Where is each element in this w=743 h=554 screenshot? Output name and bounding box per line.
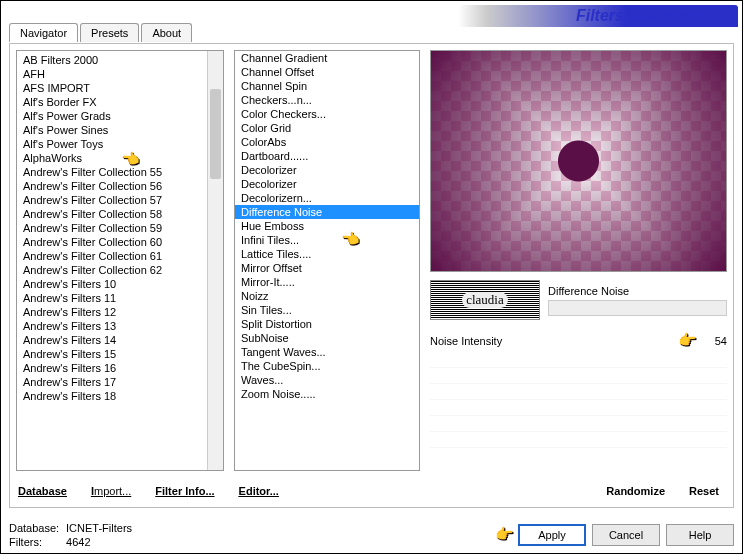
category-item[interactable]: Andrew's Filter Collection 58 bbox=[17, 207, 223, 221]
category-item[interactable]: Alf's Power Toys bbox=[17, 137, 223, 151]
filter-item[interactable]: Channel Gradient bbox=[235, 51, 419, 65]
randomize-button[interactable]: Randomize bbox=[604, 481, 667, 501]
category-item[interactable]: AB Filters 2000 bbox=[17, 53, 223, 67]
param-row-noise-intensity[interactable]: Noise Intensity 👉 54 bbox=[430, 330, 727, 352]
tab-strip: Navigator Presets About bbox=[9, 23, 194, 42]
watermark-text: claudia bbox=[462, 292, 508, 308]
selected-filter-name: Difference Noise bbox=[548, 285, 727, 300]
category-item[interactable]: Alf's Power Grads bbox=[17, 109, 223, 123]
filter-item[interactable]: Color Checkers... bbox=[235, 107, 419, 121]
category-item[interactable]: Alf's Power Sines bbox=[17, 123, 223, 137]
filter-name-bar bbox=[548, 300, 727, 316]
editor-link[interactable]: Editor... bbox=[237, 481, 281, 501]
filter-item[interactable]: Decolorizer bbox=[235, 177, 419, 191]
filter-item[interactable]: Hue Emboss bbox=[235, 219, 419, 233]
database-link[interactable]: Database bbox=[16, 481, 69, 501]
category-item[interactable]: Andrew's Filters 14 bbox=[17, 333, 223, 347]
filter-info-link[interactable]: Filter Info... bbox=[153, 481, 216, 501]
filter-item[interactable]: Waves... bbox=[235, 373, 419, 387]
filter-item[interactable]: Split Distortion bbox=[235, 317, 419, 331]
category-item[interactable]: AFH bbox=[17, 67, 223, 81]
filter-item[interactable]: Channel Offset bbox=[235, 65, 419, 79]
cancel-button[interactable]: Cancel bbox=[592, 524, 660, 546]
help-button[interactable]: Help bbox=[666, 524, 734, 546]
filter-item[interactable]: Decolorizer bbox=[235, 163, 419, 177]
category-item[interactable]: Andrew's Filter Collection 60 bbox=[17, 235, 223, 249]
category-item[interactable]: Andrew's Filters 16 bbox=[17, 361, 223, 375]
category-item[interactable]: Andrew's Filters 10 bbox=[17, 277, 223, 291]
category-item[interactable]: Andrew's Filters 18 bbox=[17, 389, 223, 403]
footer: Database: ICNET-Filters Filters: 4642 👉 … bbox=[9, 521, 734, 549]
scrollbar[interactable] bbox=[207, 51, 223, 470]
filter-list[interactable]: Channel GradientChannel OffsetChannel Sp… bbox=[234, 50, 420, 471]
category-item[interactable]: Andrew's Filter Collection 61 bbox=[17, 249, 223, 263]
apply-button[interactable]: Apply bbox=[518, 524, 586, 546]
preview-image bbox=[430, 50, 727, 272]
pointer-hand-icon: 👉 bbox=[678, 331, 697, 349]
filter-item[interactable]: Mirror-It..... bbox=[235, 275, 419, 289]
filter-item[interactable]: Color Grid bbox=[235, 121, 419, 135]
category-item[interactable]: Andrew's Filters 11 bbox=[17, 291, 223, 305]
reset-button[interactable]: Reset bbox=[687, 481, 721, 501]
filter-item[interactable]: Tangent Waves... bbox=[235, 345, 419, 359]
category-item[interactable]: Andrew's Filter Collection 59 bbox=[17, 221, 223, 235]
parameter-area: Noise Intensity 👉 54 bbox=[430, 330, 727, 448]
filter-count: 4642 bbox=[66, 536, 90, 548]
filter-item[interactable]: Infini Tiles... bbox=[235, 233, 419, 247]
filter-item[interactable]: ColorAbs bbox=[235, 135, 419, 149]
category-item[interactable]: AlphaWorks bbox=[17, 151, 223, 165]
param-value: 54 bbox=[697, 335, 727, 347]
filter-item[interactable]: Mirror Offset bbox=[235, 261, 419, 275]
category-item[interactable]: AFS IMPORT bbox=[17, 81, 223, 95]
tab-presets[interactable]: Presets bbox=[80, 23, 139, 42]
filter-item[interactable]: Checkers...n... bbox=[235, 93, 419, 107]
category-item[interactable]: Andrew's Filter Collection 56 bbox=[17, 179, 223, 193]
category-item[interactable]: Andrew's Filters 15 bbox=[17, 347, 223, 361]
filter-item[interactable]: Lattice Tiles.... bbox=[235, 247, 419, 261]
category-item[interactable]: Alf's Border FX bbox=[17, 95, 223, 109]
filter-item[interactable]: Channel Spin bbox=[235, 79, 419, 93]
category-item[interactable]: Andrew's Filters 13 bbox=[17, 319, 223, 333]
category-item[interactable]: Andrew's Filter Collection 55 bbox=[17, 165, 223, 179]
tab-about[interactable]: About bbox=[141, 23, 192, 42]
right-panel: claudia Difference Noise Noise Intensity… bbox=[430, 50, 727, 471]
database-name: ICNET-Filters bbox=[66, 522, 132, 534]
filter-item[interactable]: SubNoise bbox=[235, 331, 419, 345]
category-list[interactable]: AB Filters 2000AFHAFS IMPORTAlf's Border… bbox=[16, 50, 224, 471]
category-item[interactable]: Andrew's Filter Collection 57 bbox=[17, 193, 223, 207]
category-item[interactable]: Andrew's Filter Collection 62 bbox=[17, 263, 223, 277]
app-title: Filters Unlimited 2.0 bbox=[576, 7, 728, 25]
scrollbar-thumb[interactable] bbox=[210, 89, 221, 179]
filter-item[interactable]: Difference Noise bbox=[235, 205, 419, 219]
filter-item[interactable]: Noizz bbox=[235, 289, 419, 303]
filter-item[interactable]: Dartboard...... bbox=[235, 149, 419, 163]
database-info: Database: ICNET-Filters Filters: 4642 bbox=[9, 521, 132, 549]
filter-item[interactable]: The CubeSpin... bbox=[235, 359, 419, 373]
filter-item[interactable]: Zoom Noise..... bbox=[235, 387, 419, 401]
pointer-hand-icon: 👉 bbox=[495, 525, 514, 543]
watermark-stamp: claudia bbox=[430, 280, 540, 320]
filter-item[interactable]: Decolorizern... bbox=[235, 191, 419, 205]
title-banner: Filters Unlimited 2.0 bbox=[576, 5, 738, 27]
filter-item[interactable]: Sin Tiles... bbox=[235, 303, 419, 317]
main-panel: AB Filters 2000AFHAFS IMPORTAlf's Border… bbox=[9, 43, 734, 508]
import-link[interactable]: Import... bbox=[89, 481, 133, 501]
category-item[interactable]: Andrew's Filters 12 bbox=[17, 305, 223, 319]
category-item[interactable]: Andrew's Filters 17 bbox=[17, 375, 223, 389]
param-label: Noise Intensity bbox=[430, 335, 678, 347]
tab-navigator[interactable]: Navigator bbox=[9, 23, 78, 42]
button-row: Database Import... Filter Info... Editor… bbox=[16, 481, 727, 501]
